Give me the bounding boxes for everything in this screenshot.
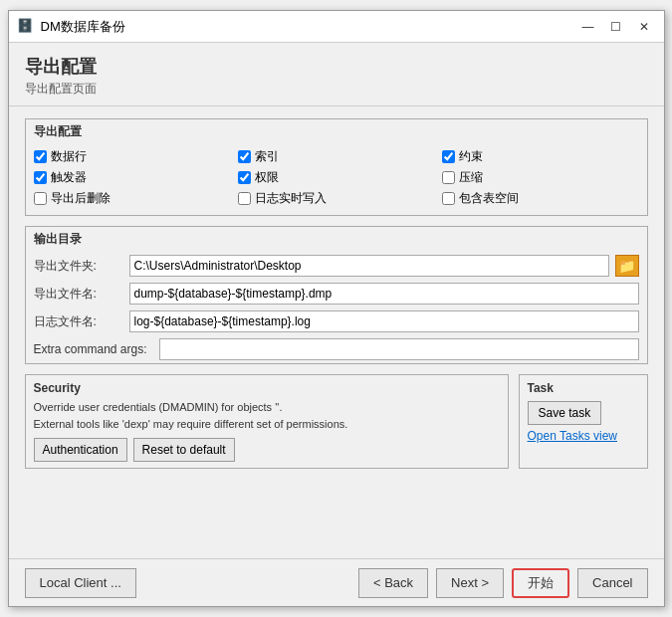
extra-row: Extra command args:	[26, 335, 647, 363]
checkbox-trigger: 触发器	[34, 169, 230, 186]
checkbox-permission: 权限	[238, 169, 434, 186]
checkbox-tablespace-label: 包含表空间	[459, 190, 519, 207]
main-window: 🗄️ DM数据库备份 — ☐ ✕ 导出配置 导出配置页面 导出配置 数据行	[8, 10, 665, 607]
task-title: Task	[528, 381, 554, 395]
filename-label: 导出文件名:	[34, 286, 123, 303]
checkbox-tablespace-input[interactable]	[442, 192, 455, 205]
app-icon: 🗄️	[17, 18, 35, 36]
title-bar: 🗄️ DM数据库备份 — ☐ ✕	[9, 11, 664, 43]
checkbox-data-row-input[interactable]	[34, 150, 47, 163]
minimize-button[interactable]: —	[576, 16, 600, 38]
logname-input[interactable]	[129, 310, 639, 332]
checkbox-permission-input[interactable]	[238, 171, 251, 184]
open-tasks-view-link[interactable]: Open Tasks view	[528, 429, 618, 443]
export-config-title: 导出配置	[26, 119, 647, 144]
logname-row: 日志文件名:	[26, 308, 647, 335]
export-config-content: 数据行 索引 约束 触发器	[26, 144, 647, 215]
header-divider	[9, 105, 664, 106]
authentication-button[interactable]: Authentication	[34, 438, 127, 462]
checkbox-constraint-label: 约束	[459, 148, 483, 165]
start-button[interactable]: 开始	[512, 568, 569, 598]
extra-input[interactable]	[159, 338, 639, 360]
checkbox-constraint-input[interactable]	[442, 150, 455, 163]
back-button[interactable]: < Back	[358, 568, 428, 598]
checkbox-compress: 压缩	[442, 169, 638, 186]
output-section: 输出目录 导出文件夹: 📁 导出文件名: 日志文件名: Extra comman…	[25, 226, 648, 364]
checkbox-delete-after-label: 导出后删除	[51, 190, 111, 207]
checkbox-trigger-input[interactable]	[34, 171, 47, 184]
checkbox-index-label: 索引	[255, 148, 279, 165]
folder-browse-button[interactable]: 📁	[615, 255, 639, 277]
local-client-button[interactable]: Local Client ...	[25, 568, 136, 598]
content-area: 导出配置 数据行 索引 约束	[9, 110, 664, 558]
checkbox-compress-input[interactable]	[442, 171, 455, 184]
security-title: Security	[34, 381, 500, 395]
cancel-button[interactable]: Cancel	[577, 568, 647, 598]
checkbox-index-input[interactable]	[238, 150, 251, 163]
filename-input[interactable]	[129, 283, 639, 305]
close-button[interactable]: ✕	[632, 16, 656, 38]
checkbox-delete-after: 导出后删除	[34, 190, 230, 207]
security-desc-line1: Override user credentials (DMADMIN) for …	[34, 401, 283, 413]
maximize-button[interactable]: ☐	[604, 16, 628, 38]
checkbox-delete-after-input[interactable]	[34, 192, 47, 205]
folder-input[interactable]	[129, 255, 609, 277]
extra-label: Extra command args:	[34, 342, 153, 356]
security-desc-line2: External tools like 'dexp' may require d…	[34, 418, 348, 430]
checkbox-constraint: 约束	[442, 148, 638, 165]
checkbox-permission-label: 权限	[255, 169, 279, 186]
window-title: DM数据库备份	[41, 18, 576, 36]
folder-label: 导出文件夹:	[34, 258, 123, 275]
page-header: 导出配置 导出配置页面	[9, 43, 664, 102]
filename-row: 导出文件名:	[26, 280, 647, 308]
output-section-title: 输出目录	[26, 227, 647, 252]
checkbox-trigger-label: 触发器	[51, 169, 87, 186]
export-config-section: 导出配置 数据行 索引 约束	[25, 118, 648, 216]
checkbox-compress-label: 压缩	[459, 169, 483, 186]
folder-icon: 📁	[618, 258, 635, 274]
page-title: 导出配置	[25, 55, 648, 79]
checkbox-log-realtime: 日志实时写入	[238, 190, 434, 207]
checkbox-data-row: 数据行	[34, 148, 230, 165]
page-subtitle: 导出配置页面	[25, 81, 648, 98]
security-buttons: Authentication Reset to default	[34, 438, 500, 462]
save-task-button[interactable]: Save task	[528, 401, 602, 425]
reset-to-default-button[interactable]: Reset to default	[133, 438, 235, 462]
folder-row: 导出文件夹: 📁	[26, 252, 647, 280]
security-desc: Override user credentials (DMADMIN) for …	[34, 399, 500, 432]
next-button[interactable]: Next >	[436, 568, 504, 598]
task-box: Task Save task Open Tasks view	[519, 374, 648, 469]
checkbox-index: 索引	[238, 148, 434, 165]
footer: Local Client ... < Back Next > 开始 Cancel	[9, 558, 664, 606]
checkbox-grid: 数据行 索引 约束 触发器	[34, 148, 639, 207]
bottom-area: Security Override user credentials (DMAD…	[25, 374, 648, 469]
checkbox-data-row-label: 数据行	[51, 148, 87, 165]
logname-label: 日志文件名:	[34, 313, 123, 330]
window-controls: — ☐ ✕	[576, 16, 656, 38]
checkbox-log-realtime-label: 日志实时写入	[255, 190, 327, 207]
security-box: Security Override user credentials (DMAD…	[25, 374, 509, 469]
checkbox-log-realtime-input[interactable]	[238, 192, 251, 205]
checkbox-tablespace: 包含表空间	[442, 190, 638, 207]
